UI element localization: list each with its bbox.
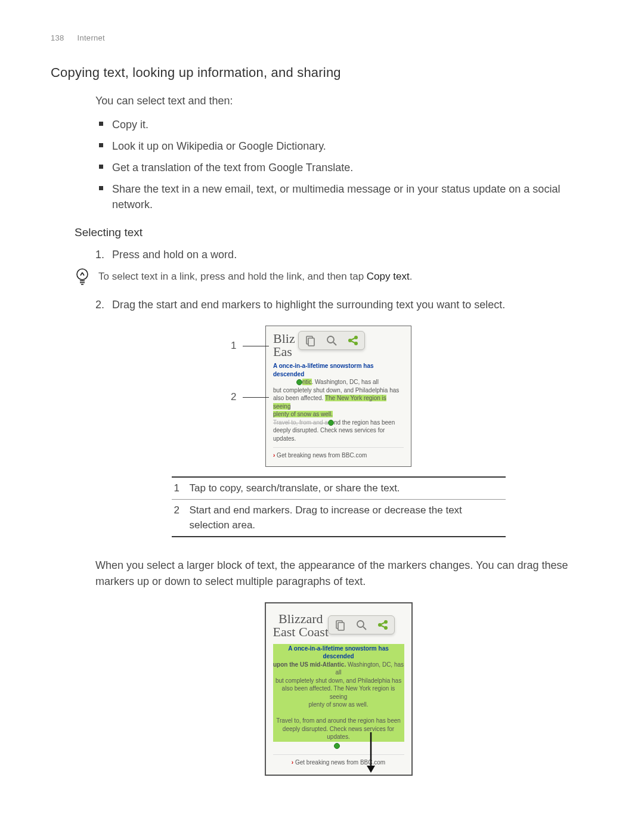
running-header: 138 Internet <box>51 33 587 44</box>
end-marker-icon[interactable] <box>334 743 340 749</box>
svg-rect-16 <box>338 623 344 630</box>
legend-value: Tap to copy, search/translate, or share … <box>190 481 503 496</box>
callout-label: 1 <box>231 340 236 351</box>
bbc-link[interactable]: Get breaking news from BBC.com <box>273 447 404 460</box>
copy-icon[interactable] <box>333 618 346 631</box>
figure-legend: 1 Tap to copy, search/translate, or shar… <box>172 476 506 538</box>
svg-point-0 <box>77 269 88 280</box>
article-headline: Blizzard East Coast <box>273 612 329 639</box>
figure-text-selection: 1 2 Blizzard hits US Eas <box>265 326 411 467</box>
phone-mock: Blizzard hits US Eas <box>265 326 411 467</box>
copy-icon[interactable] <box>304 334 317 347</box>
start-marker-icon[interactable] <box>296 379 302 385</box>
bbc-link[interactable]: Get breaking news from BBC.com <box>273 754 404 767</box>
step-number: 2. <box>95 297 104 312</box>
list-item: Get a translation of the text from Googl… <box>95 160 581 175</box>
step-number: 1. <box>95 247 104 262</box>
svg-line-18 <box>363 627 366 630</box>
tip-text: To select text in a link, press and hold… <box>98 267 581 284</box>
subsection-title: Selecting text <box>75 224 581 241</box>
share-icon[interactable] <box>346 334 360 347</box>
intro-text: You can select text and then: <box>95 93 581 109</box>
end-marker-icon[interactable] <box>328 420 334 426</box>
svg-rect-7 <box>308 338 314 346</box>
callout-label: 2 <box>231 391 236 402</box>
svg-marker-25 <box>367 766 375 773</box>
svg-line-5 <box>82 272 84 275</box>
figure-paragraph-selection: Blizzard East Coast <box>265 602 413 776</box>
paragraph: When you select a larger block of text, … <box>95 558 581 589</box>
svg-line-13 <box>351 338 355 340</box>
legend-key: 2 <box>174 503 190 532</box>
search-icon[interactable] <box>355 618 368 631</box>
svg-point-8 <box>327 336 334 343</box>
legend-row: 2 Start and end markers. Drag to increas… <box>172 499 506 536</box>
svg-line-22 <box>381 623 385 624</box>
list-item: Share the text in a new email, text, or … <box>95 181 581 212</box>
page-number: 138 <box>51 33 64 42</box>
share-icon[interactable] <box>376 618 389 631</box>
list-item: Copy it. <box>95 117 581 132</box>
action-list: Copy it. Look it up on Wikipedia or Goog… <box>95 117 581 212</box>
legend-value: Start and end markers. Drag to increase … <box>190 503 503 532</box>
phone-mock: Blizzard East Coast <box>265 602 413 776</box>
lightbulb-icon <box>75 267 90 286</box>
list-item: Look it up on Wikipedia or Google Dictio… <box>95 138 581 154</box>
drag-down-arrow-icon <box>365 732 377 774</box>
step-text: Press and hold on a word. <box>112 249 237 261</box>
svg-line-14 <box>351 341 355 343</box>
selection-toolbar[interactable] <box>298 331 365 350</box>
article-body: A once-in-a-lifetime snowstorm has desce… <box>273 362 404 442</box>
legend-key: 1 <box>174 481 190 496</box>
step-item: 2. Drag the start and end markers to hig… <box>95 297 581 312</box>
svg-point-17 <box>357 621 364 627</box>
tip-callout: To select text in a link, press and hold… <box>75 267 581 286</box>
step-item: 1. Press and hold on a word. <box>95 247 581 262</box>
selection-toolbar[interactable] <box>328 615 395 634</box>
legend-row: 1 Tap to copy, search/translate, or shar… <box>172 478 506 500</box>
svg-line-9 <box>333 342 336 345</box>
svg-line-23 <box>381 625 385 627</box>
section-name: Internet <box>78 33 105 42</box>
search-icon[interactable] <box>325 334 338 347</box>
article-body: A once-in-a-lifetime snowstorm has desce… <box>273 644 404 750</box>
page-title: Copying text, looking up information, an… <box>51 63 587 82</box>
step-text: Drag the start and end markers to highli… <box>112 299 505 311</box>
